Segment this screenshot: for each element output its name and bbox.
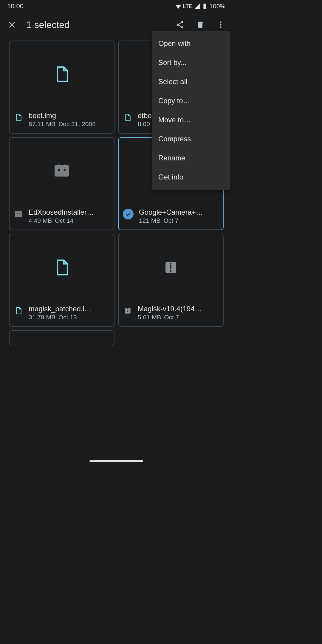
- svg-rect-14: [170, 265, 171, 267]
- file-info: magisk_patched.i… 31.79 MB Oct 13: [10, 301, 114, 326]
- cell-signal-icon: [194, 3, 200, 10]
- zip-icon: [164, 260, 178, 275]
- delete-button[interactable]: [194, 19, 206, 31]
- file-name: magisk_patched.i…: [29, 305, 110, 313]
- file-info: Magisk-v19.4(194… 5.61 MB Oct 7: [119, 301, 223, 326]
- menu-item-move-to[interactable]: Move to…: [152, 110, 230, 129]
- file-type-icon: [14, 306, 23, 315]
- file-type-icon: [123, 113, 132, 122]
- svg-rect-16: [170, 270, 171, 272]
- svg-point-4: [58, 169, 60, 171]
- file-info: EdXposedInstaller… 4.49 MB Oct 14: [10, 204, 114, 230]
- file-name: boot.img: [29, 112, 110, 120]
- file-type-icon: [123, 306, 132, 315]
- file-card[interactable]: boot.img 67.11 MB Dec 31, 2008: [9, 41, 114, 134]
- file-card[interactable]: Magisk-v19.4(194… 5.61 MB Oct 7: [118, 234, 224, 327]
- network-label: LTE: [183, 3, 193, 10]
- file-card[interactable]: magisk_patched.i… 31.79 MB Oct 13: [9, 234, 114, 327]
- file-meta: 67.11 MB Dec 31, 2008: [29, 120, 110, 128]
- apk-icon: [53, 164, 70, 178]
- status-bar: 10:00 LTE 100%: [0, 0, 233, 13]
- navigation-bar: [0, 457, 233, 465]
- file-preview: [10, 138, 114, 204]
- svg-rect-19: [127, 310, 128, 310]
- file-preview: [119, 234, 223, 301]
- svg-point-2: [220, 27, 221, 28]
- file-icon: [53, 259, 70, 276]
- menu-item-select-all[interactable]: Select all: [152, 72, 230, 91]
- svg-rect-15: [170, 267, 171, 269]
- app-bar-title: 1 selected: [26, 19, 166, 30]
- svg-rect-20: [127, 311, 128, 312]
- share-button[interactable]: [174, 19, 186, 31]
- file-preview: [10, 234, 114, 301]
- battery-icon: [202, 3, 208, 10]
- file-meta: 4.49 MB Oct 14: [29, 217, 110, 224]
- file-meta: 31.79 MB Oct 13: [29, 314, 110, 321]
- battery-label: 100%: [209, 3, 225, 10]
- svg-rect-6: [15, 211, 22, 217]
- more-vert-icon: [216, 21, 225, 29]
- file-name: EdXposedInstaller…: [29, 208, 110, 216]
- nav-pill[interactable]: [89, 460, 143, 462]
- file-info: boot.img 67.11 MB Dec 31, 2008: [10, 107, 114, 133]
- menu-item-compress[interactable]: Compress: [152, 129, 230, 148]
- menu-item-copy-to[interactable]: Copy to…: [152, 91, 230, 110]
- svg-rect-13: [170, 263, 171, 264]
- status-time: 10:00: [7, 2, 24, 10]
- selection-check-icon: [123, 209, 134, 219]
- svg-point-0: [220, 21, 221, 23]
- file-card[interactable]: EdXposedInstaller… 4.49 MB Oct 14: [9, 137, 114, 230]
- file-info: Google+Camera+… 121 MB Oct 7: [119, 204, 223, 230]
- close-icon: [7, 20, 16, 29]
- file-icon: [53, 66, 70, 83]
- trash-icon: [196, 21, 205, 29]
- close-button[interactable]: [6, 19, 18, 31]
- svg-point-8: [19, 213, 21, 214]
- more-button[interactable]: [215, 19, 227, 31]
- file-card[interactable]: [9, 330, 114, 345]
- file-type-icon: [14, 209, 23, 219]
- wifi-icon: [175, 3, 182, 10]
- file-name: Magisk-v19.4(194…: [138, 305, 219, 313]
- menu-item-get-info[interactable]: Get info: [152, 168, 230, 187]
- svg-point-5: [64, 169, 66, 171]
- status-right: LTE 100%: [175, 3, 225, 10]
- svg-point-7: [16, 213, 18, 214]
- overflow-menu: Open with Sort by... Select all Copy to……: [152, 31, 230, 190]
- file-meta: 121 MB Oct 7: [139, 217, 219, 224]
- file-type-icon: [14, 113, 23, 122]
- svg-rect-18: [127, 308, 128, 309]
- svg-point-1: [220, 24, 221, 25]
- file-name: Google+Camera+…: [139, 208, 219, 216]
- menu-item-sort-by[interactable]: Sort by...: [152, 53, 230, 72]
- share-icon: [176, 20, 185, 29]
- file-meta: 5.61 MB Oct 7: [138, 314, 219, 321]
- svg-rect-3: [55, 165, 69, 177]
- menu-item-open-with[interactable]: Open with: [152, 34, 230, 53]
- file-preview: [10, 41, 114, 107]
- menu-item-rename[interactable]: Rename: [152, 148, 230, 168]
